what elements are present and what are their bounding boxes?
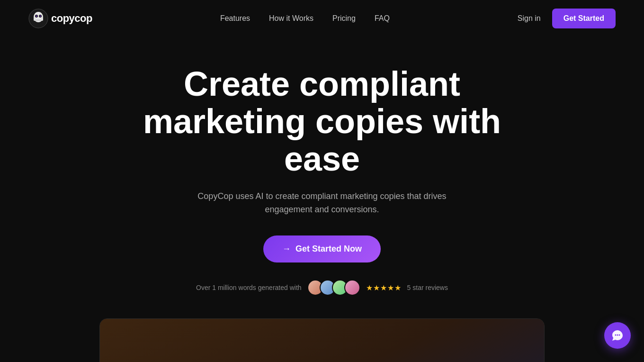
cta-label: Get Started Now [295,244,362,254]
avatar-4 [344,280,360,296]
svg-point-30 [615,335,617,336]
hero-video-inner [100,319,544,362]
logo-icon [28,9,48,28]
nav-features[interactable]: Features [220,14,250,22]
cta-arrow-icon: → [282,244,291,254]
svg-point-4 [36,16,37,17]
svg-point-32 [619,335,620,336]
hero-subtitle: CopyCop uses AI to create compliant mark… [189,190,455,217]
background-svg [100,319,544,362]
svg-rect-7 [34,17,36,21]
chat-bubble-icon [611,329,624,342]
svg-rect-6 [36,19,41,21]
logo[interactable]: copycop [28,9,92,28]
svg-rect-10 [100,319,544,362]
svg-point-5 [40,16,41,17]
hero-title: Create compliant marketing copies with e… [109,65,535,178]
hero-section: Create compliant marketing copies with e… [0,37,644,362]
hero-cta-button[interactable]: → Get Started Now [263,235,381,262]
robot-scene [100,319,544,362]
hero-video-container [99,318,545,362]
nav-how-it-works[interactable]: How it Works [269,14,313,22]
social-proof: Over 1 million words generated with ★★★★… [196,280,448,296]
social-proof-text: Over 1 million words generated with [196,284,302,291]
star-rating: ★★★★★ [366,283,402,292]
avatar-group [307,280,360,296]
svg-point-31 [617,335,618,336]
nav-pricing[interactable]: Pricing [332,14,356,22]
sign-in-link[interactable]: Sign in [518,14,541,23]
chat-bubble-button[interactable] [604,322,631,349]
nav-links: Features How it Works Pricing FAQ [220,14,390,23]
get-started-nav-button[interactable]: Get Started [552,9,616,28]
logo-label: copycop [51,12,92,25]
nav-right: Sign in Get Started [518,9,616,28]
nav-faq[interactable]: FAQ [375,14,390,22]
reviews-text: 5 star reviews [407,284,448,291]
svg-rect-8 [41,17,43,21]
navbar: copycop Features How it Works Pricing FA… [0,0,644,37]
